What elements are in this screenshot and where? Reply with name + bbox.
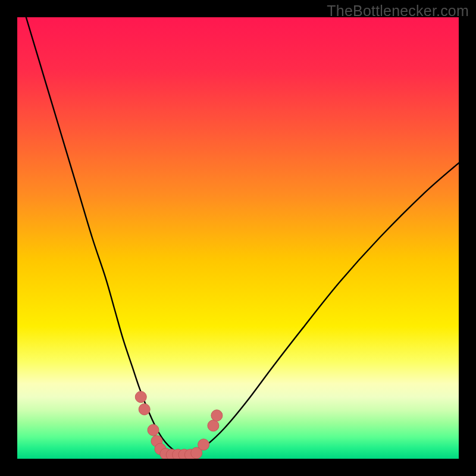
highlight-dot <box>139 403 150 415</box>
chart-svg <box>17 17 459 459</box>
highlight-dot <box>211 410 223 421</box>
watermark-text: TheBottlenecker.com <box>327 2 469 20</box>
highlight-dot <box>208 420 219 431</box>
gradient-background <box>17 17 459 459</box>
highlight-dot <box>148 424 159 436</box>
highlight-dot <box>135 392 146 403</box>
outer-frame: TheBottlenecker.com <box>0 0 476 476</box>
plot-area <box>17 17 459 459</box>
highlight-dot <box>198 439 209 450</box>
